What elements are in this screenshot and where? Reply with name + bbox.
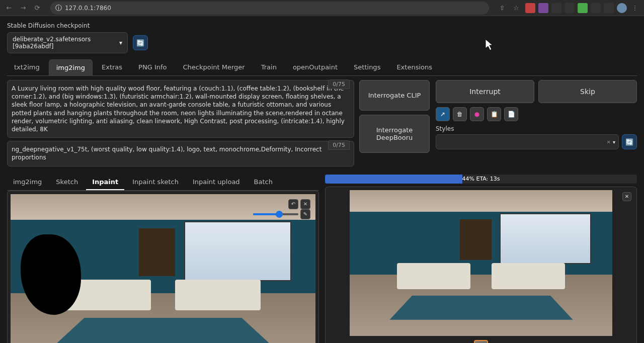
prompt-token-count: 0/75 (328, 79, 350, 89)
subtab-inpaint-upload[interactable]: Inpaint upload (187, 175, 246, 190)
ext-icon-4[interactable] (565, 3, 575, 13)
tool-file-button[interactable]: 📄 (504, 107, 518, 121)
checkpoint-select[interactable]: deliberate_v2.safetensors [9aba26abdf] ▾ (7, 32, 128, 53)
negative-prompt-text: ng_deepnegative_v1_75t, (worst quality, … (12, 145, 350, 161)
tab-train[interactable]: Train (254, 59, 284, 75)
prompt-box[interactable]: 0/75 A Luxury living room with high qual… (7, 80, 354, 138)
progress-bar: 44% ETA: 13s (325, 175, 637, 184)
tab-settings[interactable]: Settings (347, 59, 387, 75)
reload-button[interactable]: ⟳ (32, 3, 42, 13)
forward-button[interactable]: → (18, 3, 28, 13)
ext-icon-1[interactable] (525, 3, 535, 13)
prompt-text: A Luxury living room with high quality w… (12, 84, 350, 133)
share-icon[interactable]: ⇧ (497, 3, 507, 13)
tab-checkpoint-merger[interactable]: Checkpoint Merger (176, 59, 252, 75)
subtab-inpaint[interactable]: Inpaint (86, 175, 124, 190)
output-thumbnail[interactable] (474, 340, 488, 344)
styles-label: Styles (436, 125, 637, 132)
refresh-styles-button[interactable]: 🔄 (622, 134, 637, 149)
subtab-batch[interactable]: Batch (248, 175, 279, 190)
close-output-icon[interactable]: ✕ (622, 192, 631, 201)
menu-icon[interactable]: ⋮ (630, 3, 640, 13)
refresh-checkpoint-button[interactable]: 🔄 (133, 35, 148, 50)
interrogate-clip-button[interactable]: Interrogate CLIP (359, 80, 430, 111)
brush-icon[interactable]: ✎ (300, 209, 310, 219)
styles-select[interactable]: ✕ ▾ (436, 134, 619, 149)
ext-icon-3[interactable] (551, 3, 561, 13)
url-input[interactable] (65, 5, 484, 12)
tab-openoutpaint[interactable]: openOutpaint (286, 59, 345, 75)
browser-bar: ← → ⟳ ⓘ ⇧ ☆ ⋮ (0, 0, 644, 16)
tab-extras[interactable]: Extras (95, 59, 129, 75)
checkpoint-label: Stable Diffusion checkpoint (7, 22, 637, 29)
tab-extensions[interactable]: Extensions (389, 59, 439, 75)
brush-size-slider[interactable]: ✎ (253, 209, 310, 219)
ext-icon-6[interactable] (591, 3, 601, 13)
negative-prompt-box[interactable]: 0/75 ng_deepnegative_v1_75t, (worst qual… (7, 141, 354, 166)
tool-style-button[interactable]: ● (470, 107, 484, 121)
tool-clipboard-button[interactable]: 📋 (487, 107, 501, 121)
back-button[interactable]: ← (4, 3, 14, 13)
chevron-down-icon: ▾ (613, 139, 615, 145)
main-tabs: txt2img img2img Extras PNG Info Checkpoi… (7, 59, 637, 76)
info-icon: ⓘ (55, 4, 62, 13)
subtab-inpaint-sketch[interactable]: Inpaint sketch (126, 175, 185, 190)
tool-trash-button[interactable]: 🗑 (453, 107, 467, 121)
extension-icons: ⋮ (525, 3, 640, 13)
chevron-down-icon: ▾ (119, 39, 122, 46)
profile-icon[interactable] (617, 3, 627, 13)
url-bar[interactable]: ⓘ (50, 2, 489, 15)
star-icon[interactable]: ☆ (511, 3, 521, 13)
sub-tabs: img2img Sketch Inpaint Inpaint sketch In… (7, 175, 319, 191)
ext-icon-7[interactable] (604, 3, 614, 13)
interrupt-button[interactable]: Interrupt (436, 80, 534, 103)
subtab-img2img[interactable]: img2img (7, 175, 48, 190)
progress-text: 44% ETA: 13s (325, 175, 637, 184)
skip-button[interactable]: Skip (538, 80, 637, 103)
interrogate-deepbooru-button[interactable]: Interrogate DeepBooru (359, 115, 430, 153)
output-canvas: ✕ (325, 187, 637, 344)
inpaint-canvas[interactable]: ↶ ✕ ✎ (7, 191, 319, 344)
negative-token-count: 0/75 (328, 140, 350, 150)
subtab-sketch[interactable]: Sketch (50, 175, 84, 190)
tool-arrow-button[interactable]: ↗ (436, 107, 450, 121)
ext-icon-2[interactable] (538, 3, 548, 13)
close-icon[interactable]: ✕ (607, 139, 611, 145)
tab-png-info[interactable]: PNG Info (131, 59, 174, 75)
ext-icon-5[interactable] (578, 3, 588, 13)
checkpoint-value: deliberate_v2.safetensors [9aba26abdf] (13, 36, 119, 50)
undo-icon[interactable]: ↶ (288, 199, 298, 209)
clear-icon[interactable]: ✕ (300, 199, 310, 209)
tab-img2img[interactable]: img2img (49, 59, 93, 75)
tab-txt2img[interactable]: txt2img (7, 59, 47, 75)
